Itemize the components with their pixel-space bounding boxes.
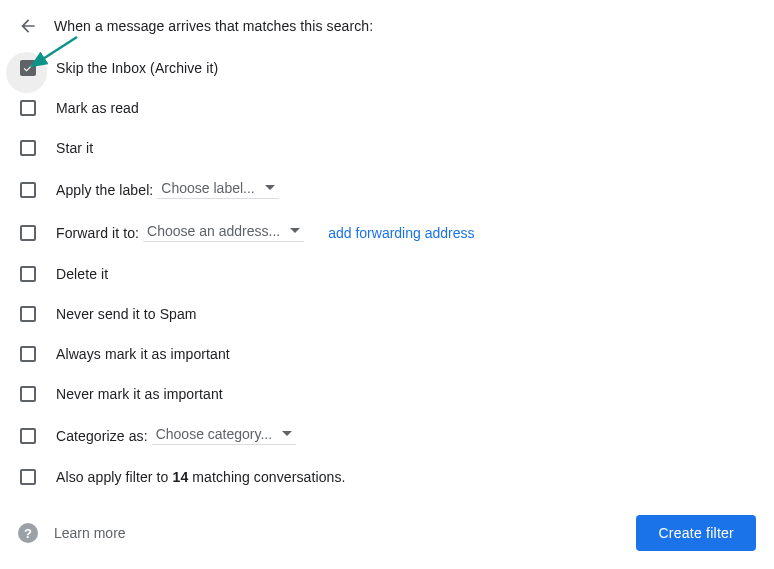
caret-down-icon — [265, 185, 275, 191]
caret-down-icon — [282, 431, 292, 437]
caret-down-icon — [290, 228, 300, 234]
option-skip-inbox: Skip the Inbox (Archive it) — [20, 60, 756, 76]
checkbox-never-important[interactable] — [20, 386, 36, 402]
panel-footer: ? Learn more Create filter — [18, 515, 756, 551]
label-always-important: Always mark it as important — [56, 346, 230, 362]
label-never-important: Never mark it as important — [56, 386, 223, 402]
panel-title: When a message arrives that matches this… — [54, 18, 373, 34]
label-also-apply: Also apply filter to 14 matching convers… — [56, 469, 346, 485]
footer-left: ? Learn more — [18, 523, 126, 543]
checkbox-mark-read[interactable] — [20, 100, 36, 116]
options-list: Skip the Inbox (Archive it) Mark as read… — [20, 60, 756, 485]
label-categorize-prefix: Categorize as: — [56, 428, 148, 444]
label-skip-inbox: Skip the Inbox (Archive it) — [56, 60, 218, 76]
also-apply-count: 14 — [173, 469, 189, 485]
label-forward-to-prefix: Forward it to: — [56, 225, 139, 241]
label-never-spam: Never send it to Spam — [56, 306, 197, 322]
option-delete-it: Delete it — [20, 266, 756, 282]
checkbox-never-spam[interactable] — [20, 306, 36, 322]
checkbox-also-apply[interactable] — [20, 469, 36, 485]
option-star-it: Star it — [20, 140, 756, 156]
link-add-forwarding-address[interactable]: add forwarding address — [328, 225, 474, 241]
checkbox-delete-it[interactable] — [20, 266, 36, 282]
label-apply-label-prefix: Apply the label: — [56, 182, 153, 198]
label-delete-it: Delete it — [56, 266, 108, 282]
option-forward-to: Forward it to: Choose an address... add … — [20, 223, 756, 242]
dropdown-categorize[interactable]: Choose category... — [152, 426, 296, 445]
option-apply-label: Apply the label: Choose label... — [20, 180, 756, 199]
label-mark-read: Mark as read — [56, 100, 139, 116]
also-apply-prefix: Also apply filter to — [56, 469, 173, 485]
dropdown-categorize-text: Choose category... — [156, 426, 272, 442]
dropdown-apply-label[interactable]: Choose label... — [157, 180, 278, 199]
checkbox-categorize[interactable] — [20, 428, 36, 444]
checkbox-forward-to[interactable] — [20, 225, 36, 241]
option-never-important: Never mark it as important — [20, 386, 756, 402]
dropdown-forward-to-text: Choose an address... — [147, 223, 280, 239]
panel-header: When a message arrives that matches this… — [18, 16, 756, 36]
filter-actions-panel: When a message arrives that matches this… — [0, 0, 774, 503]
option-also-apply: Also apply filter to 14 matching convers… — [20, 469, 756, 485]
checkbox-star-it[interactable] — [20, 140, 36, 156]
learn-more-link[interactable]: Learn more — [54, 525, 126, 541]
option-never-spam: Never send it to Spam — [20, 306, 756, 322]
create-filter-button[interactable]: Create filter — [636, 515, 756, 551]
checkbox-always-important[interactable] — [20, 346, 36, 362]
option-mark-read: Mark as read — [20, 100, 756, 116]
option-categorize: Categorize as: Choose category... — [20, 426, 756, 445]
back-arrow-icon[interactable] — [18, 16, 38, 36]
dropdown-forward-to[interactable]: Choose an address... — [143, 223, 304, 242]
option-always-important: Always mark it as important — [20, 346, 756, 362]
checkbox-skip-inbox[interactable] — [20, 60, 36, 76]
label-star-it: Star it — [56, 140, 93, 156]
help-icon[interactable]: ? — [18, 523, 38, 543]
dropdown-apply-label-text: Choose label... — [161, 180, 254, 196]
also-apply-suffix: matching conversations. — [188, 469, 345, 485]
checkbox-apply-label[interactable] — [20, 182, 36, 198]
